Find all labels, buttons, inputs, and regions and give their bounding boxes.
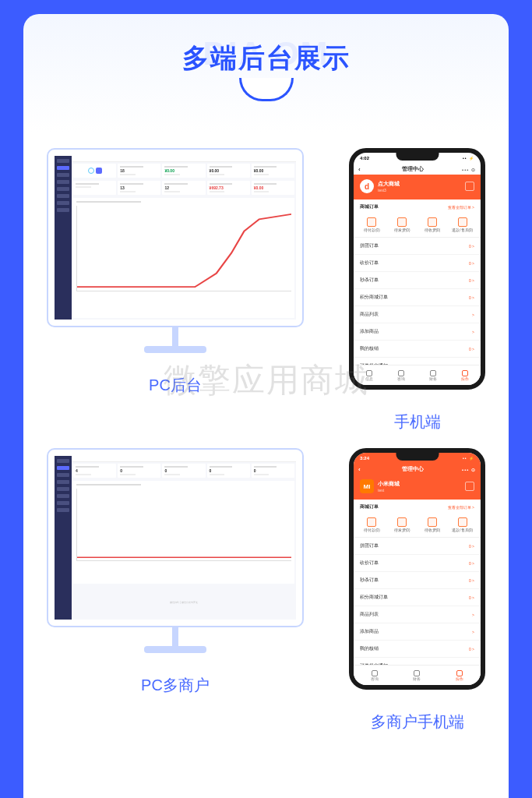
menu-label: 拼团订单 <box>360 242 469 249</box>
sidebar-item[interactable] <box>57 459 69 463</box>
sidebar-item[interactable] <box>57 466 69 470</box>
view-all-link[interactable]: 查看全部订单 > <box>448 205 474 210</box>
tab-icon <box>366 370 372 376</box>
sidebar-item[interactable] <box>57 473 69 477</box>
order-tab[interactable]: 待收货(0) <box>417 217 448 232</box>
stat-card: ¥0.00 <box>252 164 294 178</box>
menu-value: > <box>472 312 474 317</box>
tab-咨询[interactable]: 咨询 <box>386 365 417 385</box>
stat-card: 12 <box>162 181 205 195</box>
sidebar-item[interactable] <box>57 487 69 491</box>
tab-财务[interactable]: 财务 <box>396 666 438 685</box>
menu-item[interactable]: 砍价订单0 > <box>354 255 481 272</box>
menu-value: > <box>472 630 474 634</box>
phone-notch <box>396 153 439 161</box>
sidebar-item[interactable] <box>57 180 69 184</box>
menu-item[interactable]: 积分商城订单0 > <box>354 589 481 606</box>
order-tab-icon <box>458 217 467 227</box>
sidebar-item[interactable] <box>57 508 69 512</box>
tab-财务[interactable]: 财务 <box>417 365 449 385</box>
stat-card: ¥0.00 <box>252 181 294 195</box>
status-icons: •• ⚡ <box>463 156 474 161</box>
stat-card: 0 <box>118 464 160 478</box>
tab-咨询[interactable]: 咨询 <box>354 666 396 685</box>
menu-list: 拼团订单0 >砍价订单0 >秒杀订单0 >积分商城订单0 >商品列表>添加商品>… <box>354 238 481 375</box>
scan-icon[interactable] <box>465 182 474 191</box>
scan-icon[interactable] <box>465 482 474 491</box>
nav-title: 管理中心 <box>364 465 462 473</box>
menu-item[interactable]: 秒杀订单0 > <box>354 572 481 589</box>
shop-name: 小米商城 <box>378 480 461 488</box>
sidebar-item[interactable] <box>57 201 69 205</box>
back-icon[interactable]: ‹ <box>358 166 361 173</box>
sidebar-item[interactable] <box>57 501 69 505</box>
tab-label: 操作 <box>461 377 469 381</box>
sidebar-item[interactable] <box>57 173 69 177</box>
sidebar-item[interactable] <box>57 208 69 212</box>
nav-more-icon[interactable]: ••• ⊙ <box>462 467 476 472</box>
stat-card: 0 <box>207 464 250 478</box>
order-tab-label: 待发货(0) <box>394 528 410 532</box>
order-tab-icon <box>428 217 437 227</box>
order-tab[interactable]: 待付款(0) <box>357 517 387 532</box>
menu-item[interactable]: 拼团订单0 > <box>354 538 481 555</box>
menu-label: 添加商品 <box>360 628 472 635</box>
order-tab-label: 待发货(0) <box>394 228 410 232</box>
menu-item[interactable]: 积分商城订单0 > <box>354 289 481 306</box>
tab-操作[interactable]: 操作 <box>449 365 481 385</box>
status-icons: •• ⚡ <box>463 456 474 461</box>
order-title: 商城订单 <box>360 503 448 510</box>
tabbar: 咨询财务操作 <box>354 665 481 685</box>
pc-topbar <box>72 156 296 162</box>
menu-item[interactable]: 砍价订单0 > <box>354 555 481 572</box>
order-tab[interactable]: 待收货(0) <box>417 517 448 532</box>
shop-header: d点大商城test3 <box>354 175 481 200</box>
sidebar-item[interactable] <box>57 166 69 170</box>
stat-value: ¥692.73 <box>210 185 248 190</box>
order-tab[interactable]: 退款/售后(0) <box>447 517 477 532</box>
menu-item[interactable]: 添加商品> <box>354 323 481 341</box>
order-tab-label: 待收货(0) <box>425 528 441 532</box>
shop-sub: test <box>378 488 461 493</box>
menu-item[interactable]: 我的核销0 > <box>354 341 481 358</box>
menu-item[interactable]: 商品列表> <box>354 606 481 623</box>
sidebar-item[interactable] <box>57 194 69 198</box>
sidebar-item[interactable] <box>57 187 69 191</box>
stat-value: ¥0.00 <box>254 185 292 190</box>
stat-card <box>73 181 116 195</box>
navbar: ‹管理中心••• ⊙ <box>354 164 481 175</box>
nav-title: 管理中心 <box>364 165 462 173</box>
sidebar-item[interactable] <box>57 159 69 163</box>
mobile-caption: 多商户手机端 <box>371 711 464 733</box>
order-tab[interactable]: 待付款(0) <box>357 217 387 232</box>
order-tab-icon <box>397 517 407 527</box>
tab-label: 操作 <box>456 677 463 681</box>
order-tab[interactable]: 待发货(0) <box>387 517 417 532</box>
menu-value: > <box>472 613 474 617</box>
stat-card: ¥0.00 <box>162 164 205 178</box>
tab-icon <box>372 670 378 676</box>
tab-信息[interactable]: 信息 <box>354 365 386 385</box>
nav-more-icon[interactable]: ••• ⊙ <box>462 167 476 172</box>
stat-value: 0 <box>254 468 292 473</box>
sidebar-item[interactable] <box>57 480 69 484</box>
pc-footer-text: 微信扫码 | 微信公众号开发 <box>72 585 296 620</box>
pc-caption: PC后台 <box>149 375 202 396</box>
menu-item[interactable]: 商品列表> <box>354 306 481 323</box>
menu-item[interactable]: 秒杀订单0 > <box>354 272 481 289</box>
tab-操作[interactable]: 操作 <box>439 666 481 685</box>
tab-icon <box>462 370 468 376</box>
menu-item[interactable]: 拼团订单0 > <box>354 238 481 255</box>
order-tab[interactable]: 待发货(0) <box>387 217 417 232</box>
stat-value: 13 <box>120 185 158 190</box>
back-icon[interactable]: ‹ <box>358 466 361 473</box>
sidebar-item[interactable] <box>57 494 69 498</box>
stat-value: 0 <box>164 468 203 473</box>
menu-item[interactable]: 添加商品> <box>354 623 481 641</box>
stat-card: 0 <box>252 464 294 478</box>
menu-value: 0 > <box>469 347 474 351</box>
view-all-link[interactable]: 查看全部订单 > <box>448 505 474 510</box>
menu-item[interactable]: 我的核销0 > <box>354 641 481 658</box>
order-tab[interactable]: 退款/售后(0) <box>447 217 477 232</box>
showcase-card: DIA OM 多端后台展示 18¥0.00¥0.00¥0.001312¥692.… <box>23 14 509 798</box>
